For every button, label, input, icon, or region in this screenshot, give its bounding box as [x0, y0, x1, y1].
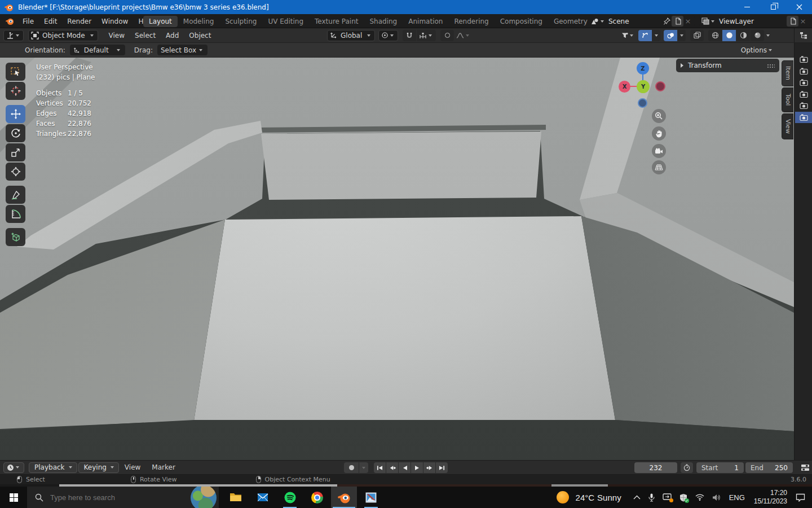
outliner-camera-toggle[interactable] [795, 89, 812, 100]
outliner-camera-toggle[interactable] [795, 65, 812, 77]
blender-taskbar-icon[interactable] [331, 487, 357, 508]
mail-icon[interactable] [250, 487, 276, 508]
new-viewlayer-button[interactable] [787, 16, 798, 27]
keying-dropdown[interactable] [359, 462, 368, 473]
play-reverse-button[interactable] [399, 462, 411, 473]
remove-viewlayer-icon[interactable]: × [798, 17, 807, 25]
close-button[interactable] [786, 0, 812, 14]
weather-sun-icon[interactable] [557, 491, 569, 503]
snap-toggle[interactable] [403, 30, 416, 41]
outliner-camera-toggle-selected[interactable] [795, 112, 812, 123]
file-explorer-icon[interactable] [223, 487, 249, 508]
menu-select[interactable]: Select [130, 32, 161, 40]
jump-to-start-button[interactable] [374, 462, 386, 473]
timeline-sync-icon[interactable] [801, 463, 810, 472]
taskbar-clock[interactable]: 17:20 15/11/2023 [754, 489, 787, 506]
workspace-tab-rendering[interactable]: Rendering [448, 16, 494, 27]
auto-keying-toggle[interactable] [344, 462, 359, 473]
outliner-camera-toggle[interactable] [795, 100, 812, 111]
proportional-editing-toggle[interactable] [440, 30, 454, 41]
select-box-tool[interactable] [6, 63, 25, 81]
axis-x-ball[interactable]: X [619, 81, 630, 93]
drag-selector[interactable]: Select Box [157, 45, 208, 55]
xray-toggle[interactable] [690, 30, 704, 41]
annotate-tool[interactable] [6, 186, 25, 204]
volume-icon[interactable] [712, 494, 721, 501]
weather-temp[interactable]: 24°C [576, 493, 595, 502]
workspace-tab-sculpting[interactable]: Sculpting [219, 16, 262, 27]
timeline-editor-button[interactable] [3, 462, 24, 473]
sidebar-tab-tool[interactable]: Tool [782, 87, 793, 112]
mode-selector[interactable]: Object Mode [28, 30, 98, 41]
panel-grip-icon[interactable] [767, 64, 775, 68]
axis-z-negative-ball[interactable] [638, 98, 647, 108]
menu-render[interactable]: Render [62, 14, 96, 28]
scale-tool[interactable] [6, 143, 25, 161]
search-input[interactable] [50, 493, 180, 502]
pan-hand-icon[interactable] [652, 126, 666, 141]
taskbar-search[interactable] [27, 487, 219, 508]
blender-menu-icon[interactable] [6, 17, 14, 25]
shading-dropdown[interactable] [766, 34, 770, 37]
notification-icon[interactable] [796, 493, 805, 502]
shading-solid-button[interactable] [722, 30, 736, 41]
play-button[interactable] [411, 462, 423, 473]
workspace-tab-uv-editing[interactable]: UV Editing [262, 16, 309, 27]
menu-edit[interactable]: Edit [39, 14, 62, 28]
transform-tool[interactable] [6, 163, 25, 181]
jump-to-end-button[interactable] [436, 462, 448, 473]
editor-type-button[interactable] [3, 30, 24, 41]
spotify-icon[interactable] [277, 487, 303, 508]
add-cube-tool[interactable] [6, 228, 25, 246]
start-button[interactable] [0, 487, 27, 508]
previous-keyframe-button[interactable] [386, 462, 398, 473]
new-scene-button[interactable] [672, 16, 683, 27]
timeline-view-menu[interactable]: View [119, 463, 146, 471]
workspace-tab-modeling[interactable]: Modeling [178, 16, 220, 27]
axis-y-ball[interactable]: Y [637, 80, 650, 93]
orientation-selector[interactable]: Global [327, 30, 375, 41]
shading-material-button[interactable] [736, 30, 750, 41]
menu-window[interactable]: Window [96, 14, 133, 28]
options-button[interactable]: Options [741, 46, 774, 54]
proportional-falloff-selector[interactable] [455, 30, 472, 41]
overlays-toggle[interactable] [664, 30, 677, 41]
workspace-tab-geometry-nodes[interactable]: Geometry Nodes [548, 16, 588, 27]
frame-end-field[interactable]: End 250 [745, 462, 793, 473]
gizmos-dropdown[interactable] [652, 30, 660, 41]
sidebar-tab-item[interactable]: Item [782, 60, 793, 86]
viewport-3d[interactable]: User Perspective (232) pics | Plane Obje… [0, 58, 794, 460]
ortho-grid-icon[interactable] [652, 160, 666, 174]
frame-start-field[interactable]: Start 1 [696, 462, 744, 473]
cursor-tool[interactable] [6, 82, 25, 100]
transform-panel-header[interactable]: Transform [676, 59, 779, 72]
security-shield-icon[interactable] [679, 493, 687, 502]
workspace-tab-animation[interactable]: Animation [403, 16, 448, 27]
menu-view[interactable]: View [104, 32, 130, 40]
display-connect-icon[interactable] [663, 493, 672, 501]
language-indicator[interactable]: ENG [729, 493, 745, 502]
next-keyframe-button[interactable] [423, 462, 435, 473]
menu-file[interactable]: File [17, 14, 39, 28]
timeline-marker-menu[interactable]: Marker [146, 463, 180, 471]
axis-z-ball[interactable]: Z [637, 62, 649, 75]
pin-icon[interactable] [664, 17, 670, 25]
shading-rendered-button[interactable] [751, 30, 764, 41]
workspace-tab-shading[interactable]: Shading [364, 16, 403, 27]
keying-menu[interactable]: Keying [78, 462, 119, 473]
sidebar-tab-view[interactable]: View [782, 113, 793, 139]
chrome-icon[interactable] [304, 487, 330, 508]
menu-object[interactable]: Object [184, 32, 216, 40]
rotate-tool[interactable] [6, 124, 25, 142]
scene-selector[interactable]: Scene × [589, 16, 695, 27]
measure-tool[interactable] [6, 205, 25, 223]
outliner-camera-toggle[interactable] [795, 54, 812, 65]
pivot-selector[interactable] [378, 30, 398, 41]
outliner-camera-toggle[interactable] [795, 77, 812, 88]
unlink-scene-icon[interactable]: × [683, 17, 692, 25]
use-preview-range-toggle[interactable] [681, 462, 693, 473]
overlays-dropdown[interactable] [678, 30, 686, 41]
current-frame-field[interactable]: 232 [634, 462, 677, 473]
weather-condition[interactable]: Sunny [597, 493, 621, 502]
workspace-tab-layout[interactable]: Layout [143, 16, 178, 27]
